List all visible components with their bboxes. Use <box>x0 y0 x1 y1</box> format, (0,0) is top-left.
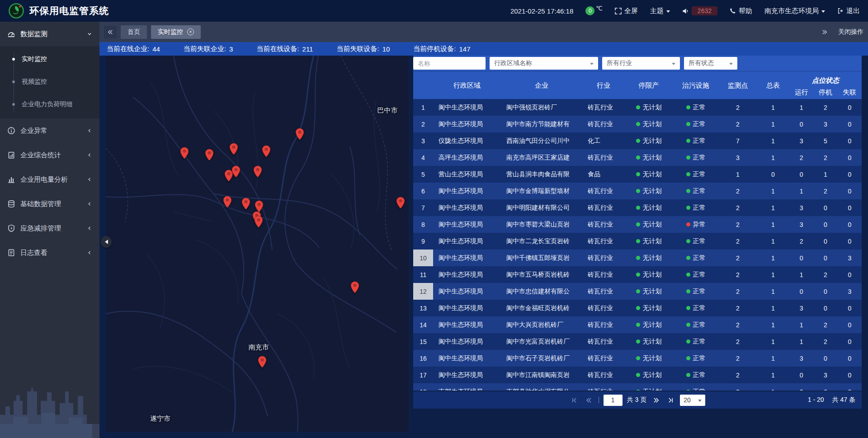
map-pin[interactable] <box>262 145 271 157</box>
cell-lost: 0 <box>838 183 862 199</box>
table-row[interactable]: 12 阆中生态环境局 阆中市忠信建材有限公 砖瓦行业 无计划 正常 2 1 0 … <box>413 283 862 300</box>
map-pin[interactable] <box>229 143 238 155</box>
header-production: 停限产 <box>625 71 673 99</box>
status-dot <box>686 390 690 391</box>
tab-label: 首页 <box>127 28 140 36</box>
map-pin[interactable] <box>295 128 304 140</box>
help-button[interactable]: 帮助 <box>730 7 752 15</box>
status-filter-select[interactable]: 所有状态 <box>684 57 737 70</box>
cell-lost: 0 <box>838 350 862 367</box>
page-size-select[interactable]: 20 <box>680 395 705 406</box>
page-number-input[interactable] <box>604 395 623 406</box>
first-page-button[interactable] <box>570 395 580 405</box>
sidebar-group-emergency-reduction[interactable]: 应急减排管理 <box>0 216 99 240</box>
row-index: 1 <box>413 99 433 116</box>
cell-monitor-points: 2 <box>719 233 757 250</box>
industry-filter-select[interactable]: 所有行业 <box>602 57 680 70</box>
tabs-scroll-left-button[interactable] <box>104 26 117 38</box>
header-index <box>413 71 433 99</box>
cell-facility-status: 正常 <box>673 233 719 250</box>
status-dot <box>686 172 690 176</box>
stat-value: 44 <box>152 45 160 53</box>
map-collapse-toggle[interactable] <box>101 236 112 248</box>
sidebar-group-log-view[interactable]: 日志查看 <box>0 240 99 265</box>
cell-production-status: 无计划 <box>625 233 673 250</box>
table-row[interactable]: 11 阆中生态环境局 阆中市五马桥页岩机砖 砖瓦行业 无计划 正常 2 1 1 … <box>413 266 862 283</box>
table-row[interactable]: 2 阆中生态环境局 阆中市南方节能建材有 砖瓦行业 无计划 正常 2 1 0 3… <box>413 116 862 132</box>
close-operations-button[interactable]: 关闭操作 <box>838 28 863 36</box>
table-row[interactable]: 1 阆中生态环境局 阆中强锐页岩砖厂 砖瓦行业 无计划 正常 2 1 1 2 0 <box>413 99 862 116</box>
tabs-scroll-right-button[interactable] <box>818 26 831 38</box>
theme-menu[interactable]: 主题 <box>650 7 670 15</box>
map-pin[interactable] <box>254 216 263 228</box>
map-pin[interactable] <box>205 149 214 161</box>
table-row[interactable]: 16 阆中生态环境局 阆中市石子页岩机砖厂 砖瓦行业 无计划 正常 2 1 3 … <box>413 350 862 367</box>
map-pin[interactable] <box>253 165 262 178</box>
map-pin[interactable] <box>223 196 232 208</box>
prev-page-button[interactable] <box>584 395 594 405</box>
cell-monitor-points: 2 <box>719 266 757 283</box>
cell-industry: 砖瓦行业 <box>582 367 625 383</box>
cell-monitor-points: 1 <box>719 166 757 183</box>
table-row[interactable]: 18 南部生态环境局 南部县驰华水泥有限公 砖瓦行业 无计划 正常 2 1 0 … <box>413 383 862 391</box>
sidebar-group-enterprise-statistics[interactable]: 企业综合统计 <box>0 143 99 167</box>
org-menu[interactable]: 南充市生态环境局 <box>764 7 825 15</box>
sidebar-group-power-analysis[interactable]: 企业用电量分析 <box>0 167 99 192</box>
map-pin[interactable] <box>255 200 264 212</box>
region-filter-select[interactable]: 行政区域名称 <box>490 57 598 70</box>
row-index: 16 <box>413 350 433 367</box>
map-pin[interactable] <box>231 165 241 178</box>
status-dot <box>686 373 690 377</box>
sidebar-item-video-monitoring[interactable]: 视频监控 <box>0 71 99 93</box>
temperature-value: 0 <box>585 6 594 15</box>
table-row[interactable]: 17 阆中生态环境局 阆中市江南镇阆南页岩 砖瓦行业 无计划 正常 2 1 0 … <box>413 367 862 383</box>
cell-production-status: 无计划 <box>625 199 673 216</box>
map-canvas[interactable]: 巴中市 南充市 遂宁市 <box>106 56 409 432</box>
map-pin[interactable] <box>350 281 359 293</box>
map-pin[interactable] <box>258 356 267 368</box>
table-row[interactable]: 13 阆中生态环境局 阆中市金福旺页岩机砖 砖瓦行业 无计划 正常 2 1 3 … <box>413 300 862 316</box>
sidebar-group-data-monitoring[interactable]: 数据监测 <box>0 22 99 46</box>
last-page-button[interactable] <box>665 395 675 405</box>
help-label: 帮助 <box>739 7 752 15</box>
tabbar-actions: 关闭操作 <box>818 26 863 38</box>
tab-realtime-monitoring[interactable]: 实时监控 × <box>151 25 201 39</box>
map-panel[interactable]: 巴中市 南充市 遂宁市 <box>106 56 409 432</box>
total-pages-label: 共 3 页 <box>627 396 647 404</box>
close-tab-icon[interactable]: × <box>187 28 194 35</box>
cell-industry: 砖瓦行业 <box>582 300 625 316</box>
map-pin[interactable] <box>241 198 250 210</box>
sidebar-item-power-load-detail[interactable]: 企业电力负荷明细 <box>0 93 99 116</box>
sidebar-item-realtime-monitoring[interactable]: 实时监控 <box>0 48 99 71</box>
sidebar-group-base-data[interactable]: 基础数据管理 <box>0 192 99 216</box>
tab-home[interactable]: 首页 <box>121 25 147 39</box>
table-row[interactable]: 8 阆中生态环境局 阆中市枣碧大梁山页岩 砖瓦行业 无计划 异常 2 1 3 0… <box>413 216 862 233</box>
name-filter-input[interactable] <box>413 57 486 70</box>
table-row[interactable]: 15 阆中生态环境局 阆中市光富页岩机砖厂 砖瓦行业 无计划 正常 2 1 1 … <box>413 333 862 350</box>
next-page-button[interactable] <box>651 395 661 405</box>
status-dot <box>686 105 690 109</box>
sidebar-group-label: 应急减排管理 <box>20 224 61 233</box>
cell-region: 阆中生态环境局 <box>433 183 501 199</box>
cell-lost: 0 <box>838 333 862 350</box>
table-row[interactable]: 5 营山生态环境局 营山县润丰肉食品有限 食品 无计划 正常 1 0 0 1 0 <box>413 166 862 183</box>
fullscreen-button[interactable]: 全屏 <box>615 7 638 15</box>
fullscreen-label: 全屏 <box>624 7 638 15</box>
table-row[interactable]: 10 阆中生态环境局 阆中千佛镇五郎垭页岩 砖瓦行业 无计划 正常 2 1 0 … <box>413 250 862 266</box>
status-dot <box>686 122 690 126</box>
table-row[interactable]: 14 阆中生态环境局 阆中大兴页岩机砖厂 砖瓦行业 无计划 正常 2 1 1 2… <box>413 316 862 333</box>
sidebar-group-enterprise-anomaly[interactable]: 企业异常 <box>0 118 99 143</box>
status-dot <box>636 105 640 109</box>
status-dot <box>686 239 690 243</box>
notice-indicator[interactable]: 2632 <box>682 6 717 15</box>
table-row[interactable]: 4 高坪生态环境局 南充市高坪区王家店建 砖瓦行业 无计划 正常 3 1 2 2… <box>413 149 862 166</box>
stat-value: 211 <box>302 45 313 53</box>
map-pin[interactable] <box>396 197 405 209</box>
table-row[interactable]: 6 阆中生态环境局 阆中市金博瑞新型墙材 砖瓦行业 无计划 正常 2 1 1 2… <box>413 183 862 199</box>
table-row[interactable]: 7 阆中生态环境局 阆中明阳建材有限公司 砖瓦行业 无计划 正常 2 1 3 0… <box>413 199 862 216</box>
logout-button[interactable]: 退出 <box>837 7 860 15</box>
map-pin[interactable] <box>180 147 189 159</box>
cell-monitor-points: 2 <box>719 367 757 383</box>
table-row[interactable]: 9 阆中生态环境局 阆中市二龙长宝页岩砖 砖瓦行业 无计划 正常 2 1 2 0… <box>413 233 862 250</box>
table-row[interactable]: 3 仪陇生态环境局 西南油气田分公司川中 化工 无计划 正常 7 1 3 5 0 <box>413 132 862 149</box>
